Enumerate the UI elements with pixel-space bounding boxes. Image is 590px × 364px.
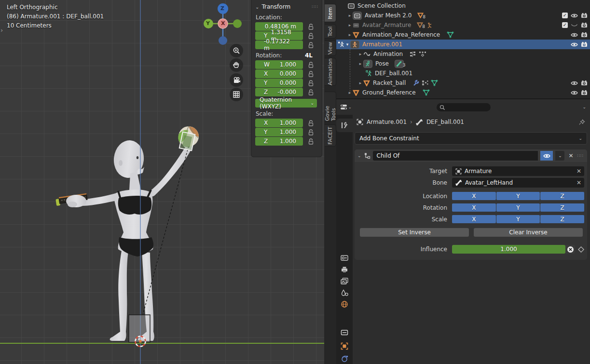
expand-arrow-icon[interactable]: ▸ xyxy=(357,52,363,56)
outliner-row-scene-collection[interactable]: Scene Collection xyxy=(336,1,590,11)
set-inverse-button[interactable]: Set Inverse xyxy=(360,228,469,237)
rotation-x-toggle[interactable]: X xyxy=(452,203,496,212)
outliner-row-ground-reference[interactable]: ▸ Ground_Reference xyxy=(336,88,590,97)
scale-x-toggle[interactable]: X xyxy=(452,215,496,223)
eye-icon[interactable] xyxy=(571,42,578,47)
expand-arrow-icon[interactable]: ▸ xyxy=(357,61,363,66)
editor-type-button[interactable]: ⌄ xyxy=(340,104,352,110)
move-view-button[interactable] xyxy=(230,58,243,72)
lock-open-icon[interactable] xyxy=(308,71,314,77)
gizmo-x-label[interactable]: X xyxy=(221,20,225,27)
lock-open-icon[interactable] xyxy=(308,129,314,135)
scale-y-toggle[interactable]: Y xyxy=(496,215,540,223)
breadcrumb-bone[interactable]: DEF_ball.001 xyxy=(426,119,464,125)
camera-icon[interactable] xyxy=(581,22,588,28)
camera-icon[interactable] xyxy=(581,13,588,18)
eye-closed-icon[interactable] xyxy=(571,23,578,28)
keyframe-diamond-icon[interactable] xyxy=(578,246,584,253)
panel-collapse-chevron[interactable]: ⌄ xyxy=(357,153,361,158)
expand-arrow-icon[interactable]: ▸ xyxy=(347,13,353,18)
location-x-toggle[interactable]: X xyxy=(452,192,496,200)
properties-options-chevron[interactable]: ⌄ xyxy=(582,105,586,109)
camera-icon[interactable] xyxy=(581,80,588,86)
gizmo-y-label[interactable]: Y xyxy=(206,20,210,27)
lock-open-icon[interactable] xyxy=(308,120,314,126)
pin-icon[interactable] xyxy=(579,119,585,125)
clear-influence-button[interactable] xyxy=(565,245,575,254)
clear-bone-button[interactable]: ✕ xyxy=(576,179,581,186)
bone-field[interactable]: Avatar_LeftHand ✕ xyxy=(452,178,584,188)
outliner-row-def-ball[interactable]: DEF_ball.001 xyxy=(336,68,590,78)
rotation-x-field[interactable]: X 0.000 xyxy=(255,69,303,78)
tab-view[interactable]: View xyxy=(325,40,336,56)
camera-view-button[interactable] xyxy=(230,73,243,87)
gizmo-z-label[interactable]: Z xyxy=(220,5,224,12)
location-z-field[interactable]: -0.17322 m xyxy=(255,40,303,49)
zoom-button[interactable] xyxy=(230,44,243,57)
clear-target-button[interactable]: ✕ xyxy=(576,168,581,175)
constraint-extras-dropdown[interactable]: ⌄ xyxy=(555,151,564,161)
clear-inverse-button[interactable]: Clear Inverse xyxy=(474,228,583,237)
rotation-w-field[interactable]: W 1.000 xyxy=(255,60,303,69)
grip-dots-icon[interactable]: ∷∷ xyxy=(577,153,584,158)
tab-item[interactable]: Item xyxy=(325,4,336,22)
lock-open-icon[interactable] xyxy=(308,80,314,86)
rotation-y-toggle[interactable]: Y xyxy=(496,203,540,212)
properties-search-input[interactable] xyxy=(437,103,491,111)
outliner-row-animation-area-reference[interactable]: ▸ Animation_Area_Reference xyxy=(336,30,590,40)
add-bone-constraint-button[interactable]: Add Bone Constraint ⌄ xyxy=(355,132,587,145)
scale-z-field[interactable]: Z 1.000 xyxy=(255,137,303,146)
scale-z-toggle[interactable]: Z xyxy=(540,215,584,223)
constraint-enable-toggle[interactable] xyxy=(540,151,553,161)
collapse-chevron-icon[interactable]: ⌄ xyxy=(255,4,259,10)
rotation-y-field[interactable]: Y 0.000 xyxy=(255,79,303,87)
breadcrumb-object[interactable]: Armature.001 xyxy=(367,119,407,125)
eye-icon[interactable] xyxy=(571,90,578,95)
camera-icon[interactable] xyxy=(581,32,588,38)
tab-tool-properties[interactable] xyxy=(336,119,353,132)
checkbox-checked-icon[interactable]: ✓ xyxy=(562,22,568,28)
target-field[interactable]: Armature ✕ xyxy=(452,166,584,176)
constraint-name-field[interactable]: Child Of xyxy=(373,151,538,161)
toggle-grid-button[interactable] xyxy=(230,88,243,101)
location-y-toggle[interactable]: Y xyxy=(496,192,540,200)
outliner-row-pose[interactable]: ▸ Pose 3 xyxy=(336,59,590,68)
lock-open-icon[interactable] xyxy=(308,42,314,48)
scale-x-field[interactable]: X 1.000 xyxy=(255,119,303,127)
expand-arrow-icon[interactable]: ▸ xyxy=(357,81,363,85)
expand-arrow-icon[interactable]: ▸ xyxy=(347,32,353,37)
tab-physics-properties[interactable] xyxy=(336,352,353,364)
camera-icon[interactable] xyxy=(581,90,588,95)
expand-arrow-icon[interactable]: ▸ xyxy=(347,23,353,27)
scale-y-field[interactable]: Y 1.000 xyxy=(255,128,303,136)
toolbar-toggle-chevron[interactable]: › xyxy=(0,27,3,34)
checkbox-checked-icon[interactable]: ✓ xyxy=(562,13,568,18)
lock-open-icon[interactable] xyxy=(308,62,314,68)
rotation-mode-dropdown[interactable]: Quaternion (WXYZ) ⌄ xyxy=(255,99,317,108)
location-z-toggle[interactable]: Z xyxy=(540,192,584,200)
tab-faceit[interactable]: FACEIT xyxy=(325,124,336,147)
grip-dots-icon[interactable]: ∷∷ xyxy=(312,4,318,9)
tab-tool[interactable]: Tool xyxy=(325,24,336,39)
collapse-arrow-icon[interactable]: ▾ xyxy=(344,42,350,47)
rotation-z-toggle[interactable]: Z xyxy=(540,203,584,212)
eye-icon[interactable] xyxy=(571,13,578,18)
outliner-row-avatar-armature[interactable]: ▸ Avatar_Armature 8 ✓ xyxy=(336,20,590,30)
rotation-z-field[interactable]: Z -0.000 xyxy=(255,88,303,96)
camera-icon[interactable] xyxy=(581,41,588,47)
tab-object-properties[interactable] xyxy=(336,339,353,353)
outliner-row-armature-001[interactable]: ▾ Armature.001 xyxy=(336,40,590,49)
constraint-delete-button[interactable]: ✕ xyxy=(567,152,575,159)
influence-slider[interactable]: 1.000 xyxy=(452,245,565,254)
eye-icon[interactable] xyxy=(571,32,578,38)
eye-icon[interactable] xyxy=(571,81,578,86)
lock-open-icon[interactable] xyxy=(308,89,314,95)
outliner-row-animation[interactable]: ▸ Animation xyxy=(336,49,590,59)
tab-govie-tools[interactable]: Govie Tools xyxy=(325,92,336,121)
tab-animation[interactable]: Animation xyxy=(325,58,336,86)
tab-collection-properties[interactable] xyxy=(336,325,353,339)
expand-arrow-icon[interactable]: ▸ xyxy=(347,90,353,95)
lock-open-icon[interactable] xyxy=(308,138,314,145)
lock-open-icon[interactable] xyxy=(308,24,314,30)
outliner-row-avatar-mesh[interactable]: ▸ Avatar Mesh 2.0 8 ✓ xyxy=(336,11,590,20)
